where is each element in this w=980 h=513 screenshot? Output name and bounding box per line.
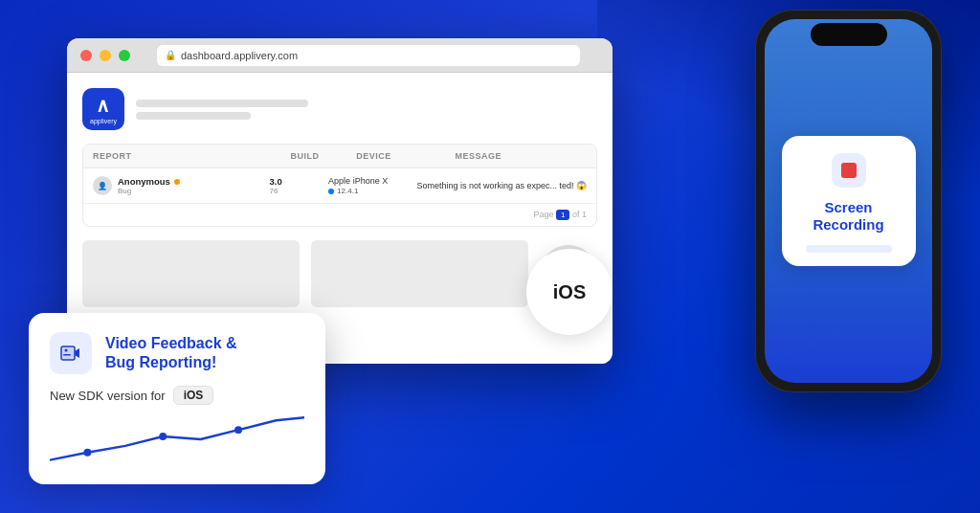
- traffic-light-maximize[interactable]: [119, 50, 130, 61]
- record-square-icon: [841, 163, 857, 178]
- feature-card-header: Video Feedback &Bug Reporting!: [50, 332, 304, 374]
- os-version: 12.4.1: [337, 187, 358, 195]
- message-text: Something is not working as expec... ted…: [416, 181, 587, 190]
- feature-card: Video Feedback &Bug Reporting! New SDK v…: [29, 313, 325, 484]
- dashboard-table: REPORT BUILD DEVICE MESSAGE 👤 Anonymous: [82, 144, 597, 227]
- screen-recording-line: [806, 245, 892, 253]
- cell-message: Something is not working as expec... ted…: [416, 181, 587, 190]
- iphone-screen: Screen Recording: [765, 19, 932, 383]
- platform-pill: iOS: [173, 386, 214, 405]
- chart-point-1: [83, 449, 91, 457]
- table-footer: Page 1 of 1: [83, 204, 596, 226]
- cell-reporter: 👤 Anonymous Bug: [93, 176, 270, 195]
- app-header-row: ∧ applivery: [82, 88, 597, 130]
- page-number: 1: [556, 210, 569, 220]
- table-row[interactable]: 👤 Anonymous Bug 3.0 76: [83, 168, 596, 204]
- col-build: BUILD: [290, 151, 356, 161]
- skeleton-area: [82, 240, 597, 307]
- feature-card-subtitle: New SDK version for iOS: [50, 386, 304, 405]
- reporter-type: Bug: [118, 187, 180, 195]
- skeleton-box-2: [311, 240, 528, 307]
- url-bar[interactable]: 🔒 dashboard.applivery.com: [157, 45, 580, 66]
- ios-label-browser: iOS: [526, 249, 612, 335]
- iphone-notch: [811, 23, 887, 46]
- build-version: 76: [270, 187, 329, 195]
- feature-card-icon: [50, 332, 92, 374]
- header-line-2: [136, 112, 251, 120]
- os-badge: 12.4.1: [328, 187, 416, 195]
- feature-card-title: Video Feedback &Bug Reporting!: [105, 334, 237, 372]
- chart-point-2: [159, 433, 167, 440]
- header-line-1: [136, 100, 308, 107]
- header-lines: [136, 100, 308, 120]
- col-message: MESSAGE: [455, 151, 587, 161]
- video-feedback-icon: [59, 342, 82, 365]
- chart-point-3: [234, 426, 242, 434]
- svg-point-2: [65, 349, 68, 352]
- svg-rect-0: [61, 346, 75, 360]
- app-logo-letter: ∧: [96, 94, 110, 117]
- subtitle-text: New SDK version for: [50, 389, 166, 403]
- build-number: 3.0: [270, 176, 329, 187]
- reporter-name: Anonymous: [118, 176, 170, 187]
- cell-build: 3.0 76: [270, 176, 329, 195]
- app-logo: ∧ applivery: [82, 88, 124, 130]
- browser-titlebar: 🔒 dashboard.applivery.com: [67, 38, 612, 73]
- device-name: Apple iPhone X: [328, 176, 416, 186]
- svg-rect-3: [63, 354, 71, 356]
- traffic-light-close[interactable]: [80, 50, 92, 61]
- cell-device: Apple iPhone X 12.4.1: [328, 176, 416, 195]
- col-report: REPORT: [93, 151, 290, 161]
- col-device: DEVICE: [356, 151, 455, 161]
- chart-svg: [50, 413, 304, 465]
- iphone-mockup: Screen Recording: [755, 10, 942, 392]
- chart-area: [50, 413, 304, 465]
- traffic-light-minimize[interactable]: [100, 50, 111, 61]
- ios-indicator: [328, 189, 334, 194]
- table-header: REPORT BUILD DEVICE MESSAGE: [83, 145, 596, 168]
- screen-recording-title: Screen Recording: [797, 199, 901, 234]
- iphone-body: Screen Recording: [755, 10, 942, 392]
- lock-icon: 🔒: [165, 50, 176, 60]
- screen-recording-card: Screen Recording: [782, 136, 916, 266]
- status-dot: [174, 179, 180, 185]
- record-button[interactable]: [832, 153, 866, 188]
- url-text: dashboard.applivery.com: [181, 50, 298, 61]
- reporter-avatar: 👤: [93, 176, 112, 195]
- skeleton-box-1: [82, 240, 300, 307]
